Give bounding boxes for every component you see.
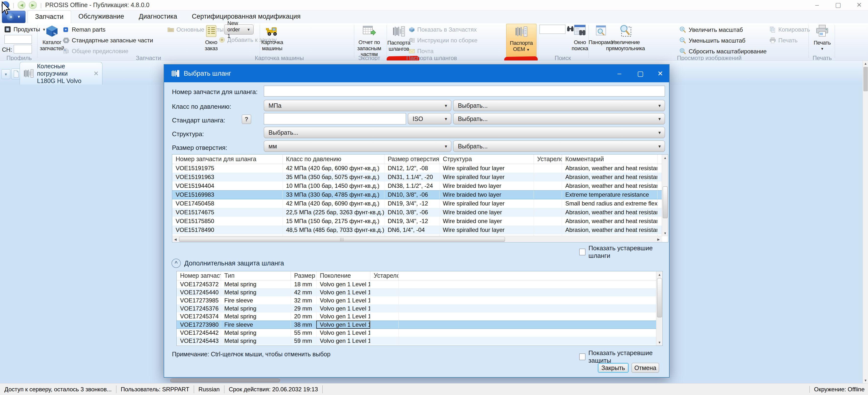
standard-value-select[interactable]: Выбрать... bbox=[453, 113, 665, 124]
table-cell[interactable] bbox=[534, 190, 562, 199]
table-cell[interactable]: Fire sleeve bbox=[221, 321, 290, 329]
scrollbar-thumb[interactable] bbox=[657, 278, 662, 317]
table-cell[interactable]: 10 МПа (100 бар, 1450 фунт-кв.д.) bbox=[282, 182, 384, 190]
size-unit-select[interactable]: мм bbox=[264, 140, 451, 152]
table-cell[interactable]: Volvo gen 1 Level 1 bbox=[316, 329, 370, 337]
table-cell[interactable]: Volvo gen 1 Level 1 bbox=[316, 304, 370, 312]
table-row[interactable]: VOE1519440410 МПа (100 бар, 1450 фунт-кв… bbox=[172, 182, 662, 190]
table-cell[interactable] bbox=[534, 217, 562, 226]
table-cell[interactable]: Small bend radius and extreme flexibi bbox=[562, 199, 657, 208]
table-row[interactable]: VOE1516998333 МПа (330 бар, 4785 фунт-кв… bbox=[172, 190, 662, 199]
table-cell[interactable]: Extreme temperature resistance bbox=[562, 190, 657, 199]
table-cell[interactable]: VOE17245443 bbox=[177, 337, 221, 345]
forward-icon[interactable]: ▶ bbox=[29, 1, 37, 9]
table-row[interactable]: VOE17245372Metal spring18 mmVolvo gen 1 … bbox=[177, 280, 657, 288]
main-vertical-scrollbar[interactable]: ▲ ▼ bbox=[863, 61, 868, 383]
table-cell[interactable]: Metal spring bbox=[221, 312, 290, 321]
table-cell[interactable]: DN10, 3/8", -06 bbox=[384, 190, 439, 199]
table-cell[interactable]: VOE15174675 bbox=[172, 208, 282, 217]
table-cell[interactable] bbox=[534, 173, 562, 182]
standard-type-select[interactable]: ISO bbox=[408, 113, 451, 124]
table-cell[interactable]: Volvo gen 1 Level 1 bbox=[316, 288, 370, 296]
table-cell[interactable] bbox=[370, 321, 398, 329]
table-cell[interactable]: VOE17273980 bbox=[177, 321, 221, 329]
table-cell[interactable]: DN12, 1/2", -08 bbox=[384, 164, 439, 173]
table-row[interactable]: VOE1745045842 МПа (420 бар, 6090 фунт-кв… bbox=[172, 199, 662, 208]
table-cell[interactable]: DN19, 3/4", -12 bbox=[384, 199, 439, 208]
background-scrollbar-fragment[interactable] bbox=[170, 378, 280, 383]
order-select[interactable]: New order 1▼ bbox=[224, 25, 254, 35]
table-row[interactable]: VOE1519196335 МПа (350 бар, 5075 фунт-кв… bbox=[172, 173, 662, 182]
table-cell[interactable]: Abrasion, weather and heat resistance bbox=[562, 182, 657, 190]
table-cell[interactable] bbox=[370, 288, 398, 296]
pressure-unit-select[interactable]: МПа bbox=[264, 100, 451, 111]
table-cell[interactable]: Wire spiralled four layer bbox=[439, 173, 534, 182]
table-cell[interactable]: 29 mm bbox=[290, 304, 316, 312]
table-cell[interactable]: VOE17245372 bbox=[177, 280, 221, 288]
parts-report-button[interactable]: Отчет по запасным частям bbox=[351, 25, 388, 58]
table-cell[interactable] bbox=[534, 182, 562, 190]
table-cell[interactable]: 35 МПа (350 бар, 5075 фунт-кв.д.) bbox=[282, 173, 384, 182]
table-cell[interactable]: DN6, 1/4", -04 bbox=[384, 226, 439, 234]
table-cell[interactable]: 42 mm bbox=[290, 288, 316, 296]
tab-diagnostics[interactable]: Диагностика bbox=[131, 10, 184, 23]
table-cell[interactable] bbox=[370, 337, 398, 345]
dialog-minimize-button[interactable]: – bbox=[609, 65, 630, 82]
table-cell[interactable]: 48,5 МПа (485 бар, 7033 фунт-кв.д.) bbox=[282, 226, 384, 234]
table-cell[interactable]: Abrasion, weather and heat resistance bbox=[562, 164, 657, 173]
minimize-button[interactable]: – bbox=[810, 1, 824, 9]
table-cell[interactable]: VOE17245376 bbox=[177, 304, 221, 312]
table-cell[interactable]: VOE15175850 bbox=[172, 217, 282, 226]
ch-input[interactable] bbox=[14, 45, 32, 54]
table-cell[interactable]: 32 mm bbox=[290, 296, 316, 304]
table-cell[interactable] bbox=[534, 199, 562, 208]
table-cell[interactable]: VOE17245440 bbox=[177, 288, 221, 296]
show-in-parts-item[interactable]: Показать в Запчастях bbox=[409, 26, 477, 33]
search-input[interactable] bbox=[539, 25, 565, 34]
table-row[interactable]: VOE1517849048,5 МПа (485 бар, 7033 фунт-… bbox=[172, 226, 662, 234]
table-cell[interactable]: VOE15178490 bbox=[172, 226, 282, 234]
scroll-down-icon[interactable]: ▼ bbox=[656, 340, 663, 345]
table-cell[interactable]: 15 МПа (150 бар, 2175 фунт-кв.д.) bbox=[282, 217, 384, 226]
hose-table-hscrollbar[interactable]: ◀ ||| ▶ bbox=[172, 236, 662, 242]
zoom-in-item[interactable]: + Увеличить масштаб bbox=[679, 26, 743, 34]
table-cell[interactable]: 18 mm bbox=[290, 280, 316, 288]
table-cell[interactable]: Wire braided two layer bbox=[439, 190, 534, 199]
table-cell[interactable]: Volvo gen 1 Level 1 bbox=[316, 296, 370, 304]
table-cell[interactable]: Metal spring bbox=[221, 288, 290, 296]
table-cell[interactable]: Metal spring bbox=[221, 337, 290, 345]
scrollbar-thumb[interactable]: ||| bbox=[179, 237, 505, 242]
table-cell[interactable]: Abrasion, weather and heat resistance bbox=[562, 208, 657, 217]
table-row[interactable]: VOE1519197542 МПа (420 бар, 6090 фунт-кв… bbox=[172, 164, 662, 173]
tab-list-dropdown-button[interactable]: ▼ bbox=[1, 69, 10, 79]
column-header[interactable]: Номер запчасти для шланга bbox=[172, 155, 282, 164]
table-cell[interactable] bbox=[370, 312, 398, 321]
print-button[interactable]: Печать ▼ bbox=[812, 24, 832, 51]
table-row[interactable]: VOE17245374Metal spring20 mmVolvo gen 1 … bbox=[177, 312, 657, 321]
table-cell[interactable]: 42 МПа (420 бар, 6090 фунт-кв.д.) bbox=[282, 199, 384, 208]
table-cell[interactable]: 38 mm bbox=[290, 321, 316, 329]
table-cell[interactable]: Abrasion, weather and heat resistance bbox=[562, 173, 657, 182]
scroll-right-icon[interactable]: ▶ bbox=[656, 236, 661, 242]
table-cell[interactable]: DN19, 3/4", -12 bbox=[384, 217, 439, 226]
maximize-button[interactable]: ▢ bbox=[831, 1, 845, 9]
scroll-down-icon[interactable]: ▼ bbox=[662, 230, 668, 236]
table-row[interactable]: VOE17273980Fire sleeve38 mmVolvo gen 1 L… bbox=[177, 321, 657, 329]
show-obsolete-hoses-checkbox[interactable]: Показать устаревшие шланги bbox=[579, 244, 669, 260]
table-cell[interactable]: Volvo gen 1 Level 1 bbox=[316, 337, 370, 345]
table-cell[interactable]: Volvo gen 1 Level 1 bbox=[316, 280, 370, 288]
table-cell[interactable]: VOE17273985 bbox=[177, 296, 221, 304]
table-cell[interactable]: Metal spring bbox=[221, 280, 290, 288]
table-cell[interactable]: Volvo gen 1 Level 1 bbox=[316, 312, 370, 321]
reman-parts-item[interactable]: ✦ Reman parts bbox=[63, 26, 105, 33]
pressure-value-select[interactable]: Выбрать... bbox=[453, 100, 665, 111]
dialog-maximize-button[interactable]: ▢ bbox=[630, 65, 651, 82]
table-cell[interactable]: VOE17245374 bbox=[177, 312, 221, 321]
table-row[interactable]: VOE1517467522,5 МПа (225 бар, 3263 фунт-… bbox=[172, 208, 662, 217]
table-cell[interactable]: VOE15191975 bbox=[172, 164, 282, 173]
table-cell[interactable]: Abrasion, weather and heat resistance bbox=[562, 226, 657, 234]
table-cell[interactable] bbox=[534, 208, 562, 217]
oem-passports-button[interactable]: Паспорта OEM ▼ bbox=[506, 24, 536, 58]
tab-certified-modification[interactable]: Сертифицированная модификация bbox=[184, 10, 308, 23]
table-cell[interactable]: DN38, 1.1/2", -24 bbox=[384, 182, 439, 190]
